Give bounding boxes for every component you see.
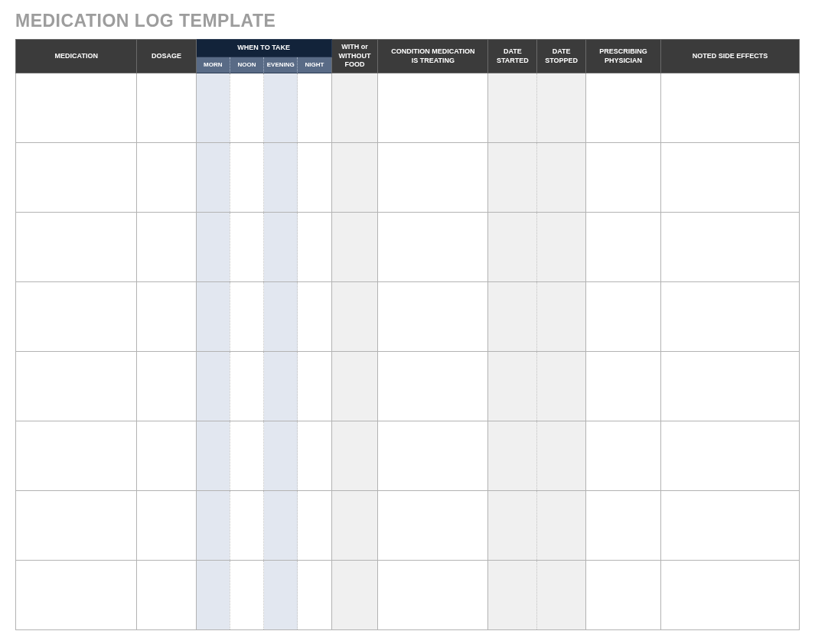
cell-condition <box>378 73 488 143</box>
cell-medication <box>16 352 137 421</box>
col-evening: EVENING <box>264 57 298 73</box>
cell-food <box>331 213 378 282</box>
cell-date-stopped <box>537 73 586 143</box>
cell-dosage <box>137 421 196 491</box>
cell-morn <box>196 421 230 491</box>
cell-side-effects <box>660 213 799 282</box>
col-food: WITH or WITHOUT FOOD <box>331 40 378 73</box>
cell-physician <box>586 143 661 213</box>
table-body <box>16 73 800 630</box>
col-physician-line1: PRESCRIBING <box>588 47 659 57</box>
cell-food <box>331 282 378 352</box>
cell-evening <box>264 282 298 352</box>
cell-dosage <box>137 73 196 143</box>
col-date-stopped-line2: STOPPED <box>539 57 584 66</box>
cell-food <box>331 561 378 630</box>
cell-condition <box>378 282 488 352</box>
cell-side-effects <box>660 143 799 213</box>
table-row <box>16 491 800 561</box>
col-food-line3: FOOD <box>334 60 377 70</box>
cell-morn <box>196 561 230 630</box>
table-row <box>16 561 800 630</box>
cell-dosage <box>137 491 196 561</box>
cell-date-stopped <box>537 143 586 213</box>
cell-night <box>298 143 331 213</box>
cell-night <box>298 73 331 143</box>
col-noon: NOON <box>230 57 263 73</box>
cell-morn <box>196 73 230 143</box>
col-food-line1: WITH or <box>334 43 377 52</box>
cell-side-effects <box>660 421 799 491</box>
col-physician-line2: PHYSICIAN <box>588 57 659 66</box>
cell-condition <box>378 421 488 491</box>
table-row <box>16 421 800 491</box>
col-date-stopped: DATE STOPPED <box>537 40 586 73</box>
cell-date-started <box>488 352 537 421</box>
table-header: MEDICATION DOSAGE WHEN TO TAKE WITH or W… <box>16 40 800 73</box>
col-date-started: DATE STARTED <box>488 40 537 73</box>
cell-date-stopped <box>537 561 586 630</box>
cell-noon <box>230 561 263 630</box>
col-condition-line2: IS TREATING <box>380 57 486 66</box>
cell-condition <box>378 561 488 630</box>
page: MEDICATION LOG TEMPLATE MEDICATION DOSAG… <box>0 0 815 644</box>
cell-morn <box>196 491 230 561</box>
col-medication: MEDICATION <box>16 40 137 73</box>
cell-side-effects <box>660 282 799 352</box>
cell-morn <box>196 352 230 421</box>
col-morn: MORN <box>196 57 230 73</box>
cell-date-started <box>488 421 537 491</box>
cell-physician <box>586 352 661 421</box>
cell-food <box>331 352 378 421</box>
col-food-line2: WITHOUT <box>334 52 377 61</box>
cell-evening <box>264 213 298 282</box>
cell-evening <box>264 561 298 630</box>
cell-night <box>298 282 331 352</box>
cell-medication <box>16 491 137 561</box>
cell-night <box>298 421 331 491</box>
col-side-effects: NOTED SIDE EFFECTS <box>660 40 799 73</box>
col-physician: PRESCRIBING PHYSICIAN <box>586 40 661 73</box>
cell-food <box>331 73 378 143</box>
table-row <box>16 213 800 282</box>
cell-side-effects <box>660 352 799 421</box>
cell-dosage <box>137 282 196 352</box>
cell-night <box>298 561 331 630</box>
col-date-stopped-line1: DATE <box>539 47 584 57</box>
cell-side-effects <box>660 491 799 561</box>
cell-medication <box>16 73 137 143</box>
table-row <box>16 352 800 421</box>
cell-food <box>331 421 378 491</box>
cell-date-started <box>488 143 537 213</box>
cell-physician <box>586 561 661 630</box>
cell-side-effects <box>660 561 799 630</box>
cell-medication <box>16 421 137 491</box>
col-dosage: DOSAGE <box>137 40 196 73</box>
cell-physician <box>586 73 661 143</box>
cell-evening <box>264 73 298 143</box>
page-title: MEDICATION LOG TEMPLATE <box>15 11 800 31</box>
cell-side-effects <box>660 73 799 143</box>
cell-date-started <box>488 213 537 282</box>
col-date-started-line1: DATE <box>490 47 535 57</box>
cell-date-stopped <box>537 352 586 421</box>
table-row <box>16 143 800 213</box>
cell-date-stopped <box>537 491 586 561</box>
cell-evening <box>264 421 298 491</box>
cell-condition <box>378 491 488 561</box>
col-condition-line1: CONDITION MEDICATION <box>380 47 486 57</box>
cell-date-started <box>488 73 537 143</box>
cell-night <box>298 213 331 282</box>
cell-noon <box>230 491 263 561</box>
cell-condition <box>378 352 488 421</box>
cell-dosage <box>137 352 196 421</box>
cell-date-started <box>488 491 537 561</box>
col-condition: CONDITION MEDICATION IS TREATING <box>378 40 488 73</box>
cell-noon <box>230 213 263 282</box>
cell-noon <box>230 421 263 491</box>
cell-morn <box>196 282 230 352</box>
medication-log-table: MEDICATION DOSAGE WHEN TO TAKE WITH or W… <box>15 39 800 630</box>
table-row <box>16 73 800 143</box>
cell-date-stopped <box>537 421 586 491</box>
cell-date-stopped <box>537 213 586 282</box>
